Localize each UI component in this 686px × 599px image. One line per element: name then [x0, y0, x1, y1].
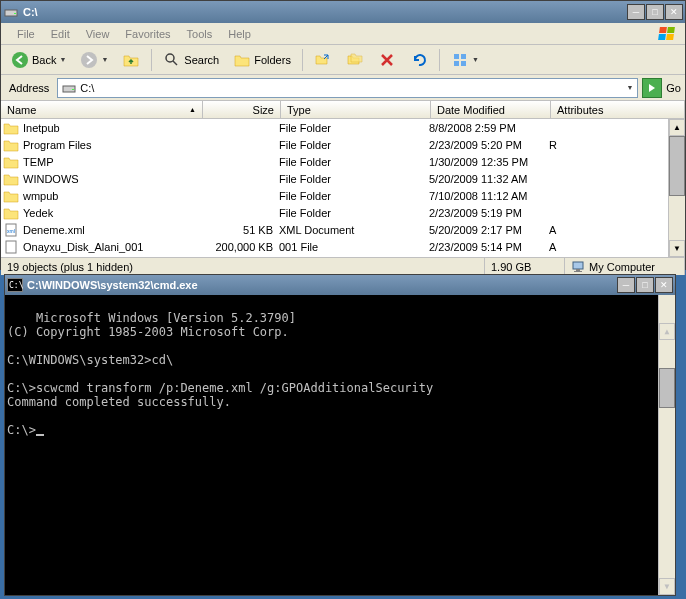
window-controls: ─ □ ✕: [627, 4, 683, 20]
delete-icon: [378, 51, 396, 69]
folders-button[interactable]: Folders: [227, 47, 297, 73]
close-button[interactable]: ✕: [665, 4, 683, 20]
views-button[interactable]: ▼: [445, 47, 485, 73]
file-type: File Folder: [279, 173, 429, 185]
statusbar: 19 objects (plus 1 hidden) 1.90 GB My Co…: [1, 257, 685, 275]
cmd-terminal[interactable]: Microsoft Windows [Version 5.2.3790] (C)…: [5, 295, 675, 595]
status-size: 1.90 GB: [485, 258, 565, 275]
cmd-minimize-button[interactable]: ─: [617, 277, 635, 293]
back-label: Back: [32, 54, 56, 66]
file-date: 2/23/2009 5:19 PM: [429, 207, 549, 219]
undo-button[interactable]: [404, 47, 434, 73]
folder-icon: [3, 189, 19, 203]
file-row[interactable]: YedekFile Folder2/23/2009 5:19 PM: [1, 204, 685, 221]
column-size[interactable]: Size: [203, 101, 281, 118]
file-row[interactable]: wmpubFile Folder7/10/2008 11:12 AM: [1, 187, 685, 204]
file-row[interactable]: xmlDeneme.xml51 KBXML Document5/20/2009 …: [1, 221, 685, 238]
file-name: Inetpub: [23, 122, 60, 134]
forward-button[interactable]: ▼: [74, 47, 114, 73]
status-location: My Computer: [565, 258, 685, 275]
svg-point-4: [166, 54, 174, 62]
menu-edit[interactable]: Edit: [43, 26, 78, 42]
scroll-up-button[interactable]: ▲: [659, 323, 675, 340]
copy-to-icon: [346, 51, 364, 69]
file-date: 8/8/2008 2:59 PM: [429, 122, 549, 134]
copy-to-button[interactable]: [340, 47, 370, 73]
file-list: InetpubFile Folder8/8/2008 2:59 PMProgra…: [1, 119, 685, 255]
folder-icon: [3, 206, 19, 220]
column-headers: Name▲ Size Type Date Modified Attributes: [1, 101, 685, 119]
folder-icon: [3, 121, 19, 135]
file-name: Yedek: [23, 207, 53, 219]
file-name: Deneme.xml: [23, 224, 85, 236]
explorer-titlebar[interactable]: C:\ ─ □ ✕: [1, 1, 685, 23]
svg-point-2: [12, 52, 28, 68]
menu-help[interactable]: Help: [220, 26, 259, 42]
back-arrow-icon: [11, 51, 29, 69]
chevron-down-icon[interactable]: ▼: [626, 84, 633, 91]
up-button[interactable]: [116, 47, 146, 73]
file-date: 2/23/2009 5:20 PM: [429, 139, 549, 151]
move-to-button[interactable]: [308, 47, 338, 73]
file-row[interactable]: TEMPFile Folder1/30/2009 12:35 PM: [1, 153, 685, 170]
column-date[interactable]: Date Modified: [431, 101, 551, 118]
go-button[interactable]: [642, 78, 662, 98]
svg-rect-7: [461, 54, 466, 59]
file-name: WINDOWS: [23, 173, 79, 185]
scroll-thumb[interactable]: [669, 136, 685, 196]
svg-rect-15: [573, 262, 583, 269]
explorer-title: C:\: [23, 6, 627, 18]
search-button[interactable]: Search: [157, 47, 225, 73]
svg-rect-17: [574, 271, 582, 272]
menu-view[interactable]: View: [78, 26, 118, 42]
file-size: 200,000 KB: [201, 241, 279, 253]
cmd-title: C:\WINDOWS\system32\cmd.exe: [27, 279, 617, 291]
menu-tools[interactable]: Tools: [179, 26, 221, 42]
menu-file[interactable]: File: [9, 26, 43, 42]
cmd-scrollbar[interactable]: ▲ ▼: [658, 295, 675, 595]
separator: [302, 49, 303, 71]
file-size: 51 KB: [201, 224, 279, 236]
menu-favorites[interactable]: Favorites: [117, 26, 178, 42]
cmd-maximize-button[interactable]: □: [636, 277, 654, 293]
explorer-window: C:\ ─ □ ✕ File Edit View Favorites Tools…: [0, 0, 686, 270]
scroll-up-button[interactable]: ▲: [669, 119, 685, 136]
column-type[interactable]: Type: [281, 101, 431, 118]
scroll-down-button[interactable]: ▼: [669, 240, 685, 257]
address-input[interactable]: C:\ ▼: [57, 78, 638, 98]
vertical-scrollbar[interactable]: ▲ ▼: [668, 119, 685, 257]
drive-icon: [3, 4, 19, 20]
toolbar: Back ▼ ▼ Search Folders ▼: [1, 45, 685, 75]
scroll-thumb[interactable]: [659, 368, 675, 408]
cmd-titlebar[interactable]: C:\ C:\WINDOWS\system32\cmd.exe ─ □ ✕: [5, 275, 675, 295]
back-button[interactable]: Back ▼: [5, 47, 72, 73]
file-type: File Folder: [279, 139, 429, 151]
cmd-close-button[interactable]: ✕: [655, 277, 673, 293]
cmd-icon: C:\: [7, 278, 23, 292]
scroll-down-button[interactable]: ▼: [659, 578, 675, 595]
svg-line-5: [173, 61, 177, 65]
file-attr: A: [549, 224, 683, 236]
file-row[interactable]: Program FilesFile Folder2/23/2009 5:20 P…: [1, 136, 685, 153]
file-type: XML Document: [279, 224, 429, 236]
search-icon: [163, 51, 181, 69]
column-name[interactable]: Name▲: [1, 101, 203, 118]
svg-rect-9: [461, 61, 466, 66]
file-date: 5/20/2009 2:17 PM: [429, 224, 549, 236]
file-attr: A: [549, 241, 683, 253]
cmd-window: C:\ C:\WINDOWS\system32\cmd.exe ─ □ ✕ Mi…: [4, 274, 676, 596]
minimize-button[interactable]: ─: [627, 4, 645, 20]
separator: [439, 49, 440, 71]
move-to-icon: [314, 51, 332, 69]
file-row[interactable]: WINDOWSFile Folder5/20/2009 11:32 AM: [1, 170, 685, 187]
menubar: File Edit View Favorites Tools Help: [1, 23, 685, 45]
folders-icon: [233, 51, 251, 69]
maximize-button[interactable]: □: [646, 4, 664, 20]
file-date: 7/10/2008 11:12 AM: [429, 190, 549, 202]
svg-rect-8: [454, 61, 459, 66]
column-attributes[interactable]: Attributes: [551, 101, 685, 118]
delete-button[interactable]: [372, 47, 402, 73]
cmd-window-controls: ─ □ ✕: [617, 277, 673, 293]
file-row[interactable]: Onayxu_Disk_Alani_001200,000 KB001 File2…: [1, 238, 685, 255]
file-row[interactable]: InetpubFile Folder8/8/2008 2:59 PM: [1, 119, 685, 136]
